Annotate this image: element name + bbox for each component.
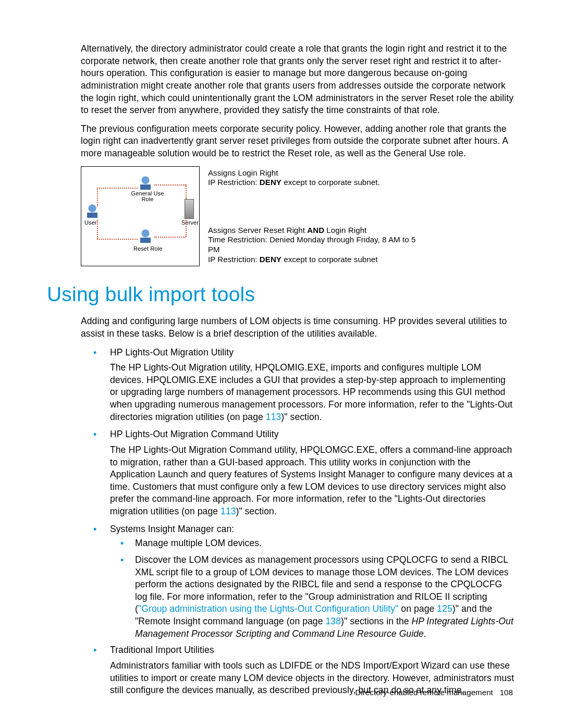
connector xyxy=(186,220,187,237)
desc-text: )" section. xyxy=(281,412,322,422)
connector xyxy=(97,220,98,239)
desc-text: )" section. xyxy=(236,506,277,516)
reset-role-label: Reset Role xyxy=(133,245,162,253)
page-ref-link[interactable]: 125 xyxy=(437,603,452,614)
item-desc: The HP Lights-Out Migration utility, HPQ… xyxy=(110,362,516,423)
desc-text: The HP Lights-Out Migration Command util… xyxy=(110,445,512,516)
item-title: Traditional Import Utilities xyxy=(110,645,214,655)
annot-text: except to corporate subnet xyxy=(282,255,377,264)
item-title: HP Lights-Out Migration Command Utility xyxy=(110,429,279,439)
document-page: Alternatively, the directory administrat… xyxy=(0,0,563,728)
reset-role-icon xyxy=(139,229,154,245)
annot-text: except to corporate subnet. xyxy=(282,178,380,187)
intro-paragraph: Adding and configuring large numbers of … xyxy=(81,315,516,340)
connector xyxy=(154,184,186,186)
server-icon xyxy=(185,199,194,219)
list-item: HP Lights-Out Migration Utility The HP L… xyxy=(81,347,516,424)
connector xyxy=(186,184,187,199)
annot-text: Time Restriction: Denied Monday through … xyxy=(208,235,415,254)
page-ref-link[interactable]: 138 xyxy=(326,616,341,626)
annot-text: Assigns Login Right xyxy=(208,168,278,177)
user-icon xyxy=(85,204,101,220)
list-item: Manage multiple LOM devices. xyxy=(110,537,516,550)
roles-diagram: User General Use Role Reset Role Server xyxy=(81,166,516,266)
annot-text: Login Right xyxy=(324,226,366,235)
annot-and: AND xyxy=(307,226,324,235)
diagram-box: User General Use Role Reset Role Server xyxy=(81,166,200,266)
item-title: HP Lights-Out Migration Utility xyxy=(110,347,234,357)
general-use-icon xyxy=(139,176,154,192)
item-desc: The HP Lights-Out Migration Command util… xyxy=(110,444,516,518)
cross-ref-link[interactable]: "Group administration using the Lights-O… xyxy=(138,603,398,614)
section-body: Adding and configuring large numbers of … xyxy=(81,315,516,697)
annot-text: IP Restriction: xyxy=(208,178,260,187)
user-label: User xyxy=(84,219,97,227)
annot-text: IP Restriction: xyxy=(208,255,260,264)
paragraph-1: Alternatively, the directory administrat… xyxy=(81,43,516,117)
desc-text: )" sections in the xyxy=(341,616,412,626)
list-item: HP Lights-Out Migration Command Utility … xyxy=(81,428,516,517)
general-use-label: General Use Role xyxy=(130,191,165,203)
utility-list: HP Lights-Out Migration Utility The HP L… xyxy=(81,347,516,697)
annot-text: Assigns Server Reset Right xyxy=(208,226,307,235)
body-text-block: Alternatively, the directory administrat… xyxy=(81,43,516,266)
sub-item-text: Manage multiple LOM devices. xyxy=(135,538,262,548)
diagram-bottom-annotation: Assigns Server Reset Right AND Login Rig… xyxy=(208,226,427,265)
desc-text: on page xyxy=(398,603,437,614)
page-ref-link[interactable]: 113 xyxy=(221,506,236,516)
diagram-top-annotation: Assigns Login Right IP Restriction: DENY… xyxy=(208,168,427,226)
connector xyxy=(97,239,138,240)
item-title: Systems Insight Manager can: xyxy=(110,524,234,534)
footer-page-number: 108 xyxy=(500,688,513,697)
page-footer: Directory-enabled remote management 108 xyxy=(355,687,513,698)
connector xyxy=(154,237,186,238)
diagram-annotations: Assigns Login Right IP Restriction: DENY… xyxy=(208,166,427,265)
page-ref-link[interactable]: 113 xyxy=(266,412,282,422)
footer-section: Directory-enabled remote management xyxy=(355,688,493,697)
desc-text: . xyxy=(424,628,426,639)
annot-deny: DENY xyxy=(260,255,282,264)
section-heading: Using bulk import tools xyxy=(47,281,516,309)
sub-list: Manage multiple LOM devices. Discover th… xyxy=(110,537,516,640)
annot-deny: DENY xyxy=(260,178,282,187)
server-label: Server xyxy=(181,219,199,227)
connector xyxy=(97,188,138,189)
list-item: Discover the LOM devices as management p… xyxy=(110,554,516,640)
connector xyxy=(97,188,98,206)
paragraph-2: The previous configuration meets corpora… xyxy=(81,123,516,160)
list-item: Systems Insight Manager can: Manage mult… xyxy=(81,523,516,640)
